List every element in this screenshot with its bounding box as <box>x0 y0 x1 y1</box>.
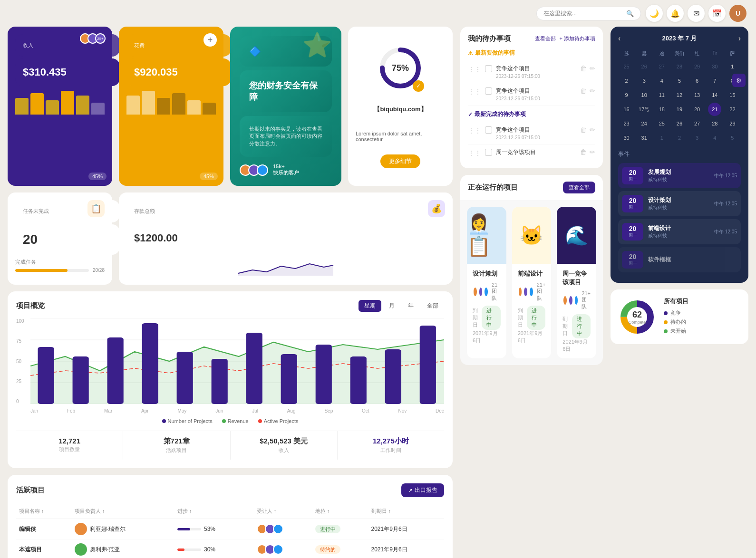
project-card-title-3: 周一竞争该项目 <box>562 269 591 287</box>
view-all-button[interactable]: 查看全部 <box>563 182 595 193</box>
cal-day-today[interactable]: 21 <box>708 103 721 116</box>
cal-day[interactable]: 19 <box>673 103 686 116</box>
cal-day[interactable]: 4 <box>655 74 669 87</box>
cal-day[interactable]: 2 <box>620 74 633 87</box>
notification-icon[interactable]: 🔔 <box>667 5 684 22</box>
dark-mode-icon[interactable]: 🌙 <box>646 5 663 22</box>
cal-day[interactable]: 10 <box>638 88 651 102</box>
cal-day[interactable]: 28 <box>708 117 721 130</box>
project-card-body-1: 设计策划 21+ 团队 到期日 进行中 2021年9月6日 <box>467 264 506 350</box>
settings-icon[interactable]: ⚙ <box>732 74 746 87</box>
export-icon: ↗ <box>408 487 413 494</box>
cal-day[interactable]: 9 <box>620 88 633 102</box>
donut-legend-label-2: 未开始 <box>670 327 686 335</box>
status-badge-3: 进行中 <box>572 314 591 338</box>
more-details-button[interactable]: 更多细节 <box>380 154 420 168</box>
cal-day[interactable]: 13 <box>690 88 704 102</box>
project-due: 2021年9月6日 <box>368 519 444 539</box>
cal-day[interactable]: 26 <box>638 60 651 73</box>
cal-day[interactable]: 26 <box>673 117 686 130</box>
cal-day[interactable]: 4 <box>708 131 721 144</box>
cal-day[interactable]: 12 <box>673 88 686 102</box>
col-status[interactable]: 地位 ↑ <box>312 504 368 519</box>
edit-todo-icon[interactable]: ✏ <box>590 65 595 72</box>
completed-label: ✓ 最新完成的待办事项 <box>468 110 595 118</box>
delete-todo-icon[interactable]: 🗑 <box>580 148 587 156</box>
col-due[interactable]: 到期日 ↑ <box>368 504 444 519</box>
edit-todo-icon[interactable]: ✏ <box>590 87 595 95</box>
task-progress-row: 20/28 <box>15 268 105 273</box>
todo-checkbox[interactable] <box>485 65 492 72</box>
cal-day[interactable]: 25 <box>655 117 669 130</box>
add-todo[interactable]: + 添加待办事项 <box>560 35 595 42</box>
cal-day[interactable]: 2 <box>673 131 686 144</box>
cal-day[interactable]: 5 <box>673 74 686 87</box>
cal-day[interactable]: 3 <box>690 131 704 144</box>
col-name[interactable]: 项目名称 ↑ <box>16 504 72 519</box>
col-manager[interactable]: 项目负责人 ↑ <box>72 504 174 519</box>
cal-day[interactable]: 23 <box>620 117 633 130</box>
cal-day[interactable]: 5 <box>726 131 739 144</box>
col-progress[interactable]: 进步 ↑ <box>174 504 254 519</box>
cal-day[interactable]: 30 <box>620 131 633 144</box>
donut-legend-item: 竞争 <box>664 309 741 317</box>
cal-day[interactable]: 27 <box>690 117 704 130</box>
running-project-card: 👩‍💼📋 设计策划 21+ 团队 到期日 进行中 <box>467 207 506 358</box>
calendar-prev[interactable]: ‹ <box>618 34 620 43</box>
cal-day[interactable]: 15 <box>726 88 739 102</box>
delete-todo-icon[interactable]: 🗑 <box>580 126 587 134</box>
team-label-2: 21+ 团队 <box>537 282 546 302</box>
cal-day[interactable]: 11 <box>655 88 669 102</box>
project-overview-section: 项目概览 星期 月 年 全部 1007550250 <box>8 291 453 468</box>
cal-day[interactable]: 1 <box>726 60 739 73</box>
calendar-next[interactable]: › <box>738 34 741 43</box>
cal-day[interactable]: 7 <box>708 74 721 87</box>
expense-add-button[interactable]: + <box>204 33 217 47</box>
tab-all[interactable]: 全部 <box>421 300 444 312</box>
calendar-icon[interactable]: 📅 <box>708 5 726 22</box>
savings-icon: 💰 <box>428 200 445 217</box>
chart-legend: Number of Projects Revenue Active Projec… <box>16 418 444 424</box>
cal-day[interactable]: 30 <box>708 60 721 73</box>
col-assignee[interactable]: 受让人 ↑ <box>254 504 312 519</box>
cal-day[interactable]: 1 <box>655 131 669 144</box>
view-all-todo[interactable]: 查看全部 <box>535 35 556 42</box>
project-card-body-3: 周一竞争该项目 21+ 团队 到期日 进行中 2021年9月6日 <box>557 264 596 358</box>
mail-icon[interactable]: ✉ <box>688 5 705 22</box>
cal-day[interactable]: 22 <box>726 103 739 116</box>
cal-day[interactable]: 31 <box>638 131 651 144</box>
cal-day[interactable]: 28 <box>673 60 686 73</box>
cal-day[interactable]: 24 <box>638 117 651 130</box>
cal-day[interactable]: 3 <box>638 74 651 87</box>
cal-day[interactable]: 18 <box>655 103 669 116</box>
todo-checkbox[interactable] <box>485 149 492 156</box>
todo-checkbox[interactable] <box>485 87 492 95</box>
search-bar[interactable]: 🔍 <box>536 7 641 20</box>
tab-year[interactable]: 年 <box>402 300 419 312</box>
todo-item: ⋮⋮ 竞争这个项目 2023-12-26 07:15:00 🗑 ✏ <box>468 122 595 144</box>
cal-day[interactable]: 17号 <box>638 103 651 116</box>
cal-day[interactable]: 16 <box>620 103 633 116</box>
stat-active-projects-val: 第721章 <box>123 437 230 446</box>
delete-todo-icon[interactable]: 🗑 <box>580 65 587 72</box>
search-input[interactable] <box>543 10 622 17</box>
edit-todo-icon[interactable]: ✏ <box>590 148 595 156</box>
cal-day[interactable]: 20 <box>690 103 704 116</box>
delete-todo-icon[interactable]: 🗑 <box>580 87 587 95</box>
cal-day[interactable]: 27 <box>655 60 669 73</box>
cal-day[interactable]: 14 <box>708 88 721 102</box>
edit-todo-icon[interactable]: ✏ <box>590 126 595 134</box>
cal-day[interactable]: 29 <box>726 117 739 130</box>
cal-day[interactable]: 25 <box>620 60 633 73</box>
event-time: 中午 12:05 <box>714 173 737 179</box>
user-avatar[interactable]: U <box>729 5 746 22</box>
tab-week[interactable]: 星期 <box>359 300 381 312</box>
cal-header-su: 苏 <box>618 48 635 59</box>
promo-avatar-3 <box>257 164 268 176</box>
urgent-label: ⚠ 最新要做的事情 <box>468 49 595 57</box>
tab-month[interactable]: 月 <box>383 300 400 312</box>
cal-day[interactable]: 6 <box>690 74 704 87</box>
export-button[interactable]: ↗ 出口报告 <box>401 483 444 497</box>
cal-day[interactable]: 29 <box>690 60 704 73</box>
todo-checkbox[interactable] <box>485 126 492 134</box>
